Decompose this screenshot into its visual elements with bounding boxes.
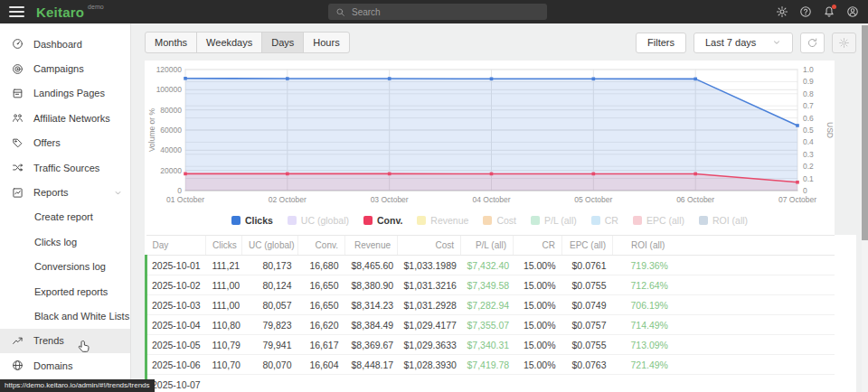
sidebar-item-affiliate-networks[interactable]: Affiliate Networks: [0, 106, 130, 130]
sidebar-item-label: Reports: [33, 187, 69, 198]
cell-revenue: $8,314.23: [345, 295, 398, 315]
svg-text:60000: 60000: [160, 126, 182, 135]
cell-roi-all: 713.09%: [613, 335, 835, 355]
column-header-cr[interactable]: CR: [514, 236, 562, 256]
hamburger-menu-icon[interactable]: [9, 6, 24, 17]
trends-icon: [12, 335, 24, 347]
sidebar-item-black-and-white-lists[interactable]: Black and White Lists: [0, 303, 130, 328]
legend-swatch: [231, 216, 241, 225]
tab-days[interactable]: Days: [262, 33, 304, 52]
sidebar-item-domains[interactable]: Domains: [0, 353, 130, 378]
sidebar-item-reports[interactable]: Reports: [0, 180, 130, 204]
legend-item-revenue[interactable]: Revenue: [417, 215, 468, 226]
cell-roi-all: [613, 375, 835, 392]
table-row-2025-10-06[interactable]: 2025-10-06110,7080,07016,604$8,448.17$1,…: [146, 355, 835, 375]
sidebar-item-clicks-log[interactable]: Clicks log: [0, 229, 130, 254]
column-header-uc-global[interactable]: UC (global): [242, 236, 298, 256]
sidebar-item-dashboard[interactable]: Dashboard: [0, 32, 130, 56]
navbar-icons: [776, 5, 859, 18]
cell-cost: $1,031.3216: [398, 275, 461, 295]
table-row-2025-10-07[interactable]: 2025-10-07: [146, 375, 835, 392]
table-row-2025-10-01[interactable]: 2025-10-01111,2180,17316,680$8,465.60$1,…: [146, 256, 835, 275]
sidebar-item-label: Trends: [33, 335, 64, 346]
settings-button[interactable]: [776, 5, 788, 18]
svg-text:07 October: 07 October: [778, 195, 816, 204]
scrollbar-thumb[interactable]: [862, 25, 868, 240]
legend-label: CR: [605, 215, 618, 226]
legend-item-clicks[interactable]: Clicks: [231, 215, 273, 226]
sidebar-item-label: Traffic Sources: [33, 163, 99, 173]
sidebar-item-landings-pages[interactable]: Landings Pages: [0, 81, 130, 106]
column-header-clicks[interactable]: Clicks: [206, 236, 242, 256]
sidebar-item-exported-reports[interactable]: Exported reports: [0, 279, 130, 303]
svg-text:03 October: 03 October: [371, 195, 409, 204]
app-window: Keitaro demo Search DashboardCampaignsLa…: [0, 0, 868, 392]
cell-revenue: $8,380.90: [345, 275, 398, 295]
cell-roi-all: 706.19%: [613, 295, 835, 315]
svg-text:0.4: 0.4: [803, 137, 814, 146]
refresh-button[interactable]: [800, 33, 825, 53]
column-header-conv[interactable]: Conv.: [298, 236, 345, 256]
legend-item-conv[interactable]: Conv.: [363, 215, 402, 226]
sidebar-item-create-report[interactable]: Create report: [0, 205, 130, 229]
account-button[interactable]: [846, 5, 859, 18]
date-range-value: Last 7 days: [705, 33, 756, 52]
date-range-select[interactable]: Last 7 days: [693, 33, 793, 53]
chart-settings-button[interactable]: [832, 33, 856, 53]
table-row-2025-10-05[interactable]: 2025-10-05110,7979,94116,617$8,369.67$1,…: [146, 335, 835, 355]
svg-text:0.2: 0.2: [803, 162, 814, 171]
sidebar-item-conversions-log[interactable]: Conversions log: [0, 255, 130, 279]
table-row-2025-10-03[interactable]: 2025-10-03111,0080,05716,650$8,314.23$1,…: [146, 295, 835, 315]
sidebar-item-label: Campaigns: [33, 63, 84, 74]
legend-item-roi-all[interactable]: ROI (all): [699, 215, 748, 226]
cell-clicks: 110,80: [206, 315, 242, 335]
table-header-row: DayClicksUC (global)Conv.RevenueCostP/L …: [146, 236, 835, 256]
sidebar: DashboardCampaignsLandings PagesAffiliat…: [0, 23, 131, 392]
legend-item-p-l-all[interactable]: P/L (all): [531, 215, 577, 226]
chart-panel: 00.10.20.30.40.50.60.70.80.91.0020000400…: [145, 61, 835, 235]
column-header-p-l-all[interactable]: P/L (all): [461, 236, 514, 256]
svg-text:40000: 40000: [160, 145, 182, 154]
cell-p-l-all: [461, 375, 514, 392]
svg-text:100000: 100000: [156, 85, 183, 94]
sidebar-item-campaigns[interactable]: Campaigns: [0, 56, 130, 80]
cell-clicks: 111,00: [206, 275, 242, 295]
refresh-icon: [807, 37, 818, 49]
cell-epc-all: $0.0755: [562, 335, 613, 355]
tab-hours[interactable]: Hours: [304, 33, 348, 52]
legend-item-cost[interactable]: Cost: [483, 215, 516, 226]
column-header-revenue[interactable]: Revenue: [345, 236, 398, 256]
cell-conv: 16,620: [298, 315, 345, 335]
column-header-day[interactable]: Day: [146, 236, 206, 256]
sidebar-item-traffic-sources[interactable]: Traffic Sources: [0, 155, 130, 180]
sidebar-item-label: Exported reports: [34, 286, 108, 297]
cell-p-l-all: $7,349.58: [461, 275, 514, 295]
toolbar: MonthsWeekdaysDaysHours Filters Last 7 d…: [145, 32, 856, 53]
column-header-cost[interactable]: Cost: [398, 236, 461, 256]
legend-item-uc-global[interactable]: UC (global): [288, 215, 349, 226]
filters-button[interactable]: Filters: [636, 33, 686, 53]
top-navbar: Keitaro demo Search: [0, 0, 868, 23]
cell-epc-all: $0.0757: [562, 315, 613, 335]
cell-clicks: 111,00: [206, 295, 242, 315]
cell-revenue: $8,465.60: [345, 256, 398, 275]
cell-roi-all: 714.49%: [613, 315, 835, 335]
table-row-2025-10-04[interactable]: 2025-10-04110,8079,82316,620$8,384.49$1,…: [146, 315, 835, 335]
legend-item-epc-all[interactable]: EPC (all): [633, 215, 684, 226]
sidebar-item-offers[interactable]: Offers: [0, 131, 130, 155]
gear-icon: [776, 5, 788, 18]
help-button[interactable]: [799, 5, 812, 18]
cell-day: 2025-10-02: [146, 275, 206, 295]
search-input[interactable]: Search: [328, 4, 547, 20]
svg-text:120000: 120000: [156, 65, 183, 74]
table-row-2025-10-02[interactable]: 2025-10-02111,0080,12416,650$8,380.90$1,…: [146, 275, 835, 295]
column-header-roi-all[interactable]: ROI (all): [613, 236, 835, 256]
keitaro-logo[interactable]: Keitaro: [36, 5, 84, 20]
column-header-epc-all[interactable]: EPC (all): [562, 236, 613, 256]
notifications-button[interactable]: [823, 5, 835, 18]
tab-weekdays[interactable]: Weekdays: [197, 33, 262, 52]
legend-item-cr[interactable]: CR: [591, 215, 618, 226]
sidebar-item-trends[interactable]: Trends: [0, 329, 130, 353]
svg-text:Volume or %: Volume or %: [147, 107, 156, 152]
tab-months[interactable]: Months: [146, 33, 197, 52]
